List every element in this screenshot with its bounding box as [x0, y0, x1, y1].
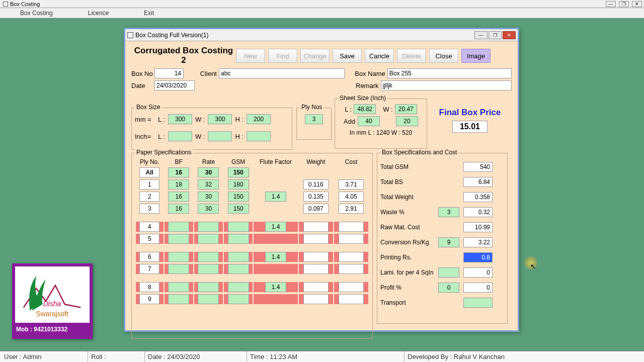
- inner-minimize-icon[interactable]: —: [474, 31, 488, 39]
- boxno-input[interactable]: [154, 68, 184, 78]
- spec-value[interactable]: [463, 177, 493, 187]
- paper-rate[interactable]: [198, 234, 219, 244]
- cancel-button[interactable]: Cancle: [365, 49, 394, 63]
- sheet-addW[interactable]: [396, 116, 418, 126]
- spec-value[interactable]: [463, 207, 493, 217]
- paper-all-bf[interactable]: [168, 167, 189, 177]
- paper-bf[interactable]: [168, 234, 189, 244]
- client-input[interactable]: [219, 68, 345, 78]
- paper-wt[interactable]: [303, 222, 329, 232]
- inner-close-icon[interactable]: ✕: [503, 31, 516, 39]
- paper-ff[interactable]: [265, 192, 286, 202]
- paper-ply[interactable]: [139, 264, 159, 274]
- paper-wt[interactable]: [303, 192, 329, 202]
- restore-icon[interactable]: ❐: [619, 1, 629, 7]
- paper-cost[interactable]: [339, 252, 364, 262]
- paper-cost[interactable]: [339, 264, 364, 274]
- paper-bf[interactable]: [168, 282, 189, 292]
- paper-gsm[interactable]: [228, 252, 249, 262]
- find-button[interactable]: Find: [268, 49, 297, 63]
- paper-bf[interactable]: [168, 192, 189, 202]
- paper-ply[interactable]: [139, 192, 159, 202]
- paper-rate[interactable]: [198, 252, 219, 262]
- paper-gsm[interactable]: [228, 234, 249, 244]
- date-input[interactable]: [154, 80, 195, 90]
- close-button[interactable]: Close: [429, 49, 458, 63]
- menu-licence[interactable]: Licence: [88, 10, 109, 17]
- change-button[interactable]: Change: [300, 49, 330, 63]
- paper-ff[interactable]: [265, 282, 286, 292]
- paper-gsm[interactable]: [228, 282, 249, 292]
- boxname-input[interactable]: [387, 68, 512, 78]
- spec-value[interactable]: [463, 162, 493, 172]
- paper-wt[interactable]: [303, 282, 329, 292]
- paper-cost[interactable]: [339, 222, 364, 232]
- spec-value[interactable]: [463, 283, 493, 293]
- paper-wt[interactable]: [303, 204, 329, 214]
- paper-rate[interactable]: [198, 222, 219, 232]
- image-button[interactable]: Image: [461, 49, 491, 63]
- paper-ply[interactable]: [139, 282, 159, 292]
- menu-exit[interactable]: Exit: [144, 10, 154, 17]
- sheet-addL[interactable]: [358, 116, 380, 126]
- paper-bf[interactable]: [168, 294, 189, 304]
- paper-rate[interactable]: [198, 294, 219, 304]
- spec-param[interactable]: [438, 283, 459, 293]
- boxsize-mm-L[interactable]: [168, 114, 192, 124]
- paper-cost[interactable]: [339, 204, 364, 214]
- paper-gsm[interactable]: [228, 179, 249, 190]
- menu-boxcosting[interactable]: Box Costing: [20, 10, 53, 17]
- paper-gsm[interactable]: [228, 264, 249, 274]
- paper-ply-all[interactable]: [139, 167, 159, 177]
- paper-bf[interactable]: [168, 252, 189, 262]
- close-icon[interactable]: ✕: [632, 1, 642, 7]
- paper-cost[interactable]: [339, 282, 364, 292]
- paper-wt[interactable]: [303, 252, 329, 262]
- sheet-W[interactable]: [395, 104, 417, 114]
- paper-ply[interactable]: [139, 252, 159, 262]
- spec-param[interactable]: [438, 267, 459, 278]
- paper-ply[interactable]: [139, 179, 159, 190]
- paper-all-rate[interactable]: [198, 167, 219, 177]
- boxsize-mm-H[interactable]: [247, 114, 271, 124]
- inner-restore-icon[interactable]: ❐: [489, 31, 502, 39]
- spec-value[interactable]: [463, 267, 493, 278]
- spec-param[interactable]: [438, 207, 459, 217]
- spec-param[interactable]: [438, 237, 459, 247]
- plynos-input[interactable]: [305, 114, 323, 124]
- paper-cost[interactable]: [339, 294, 364, 304]
- paper-bf[interactable]: [168, 264, 189, 274]
- remark-input[interactable]: [381, 80, 512, 90]
- delete-button[interactable]: Delete: [397, 49, 426, 63]
- paper-ff[interactable]: [265, 222, 286, 232]
- paper-ply[interactable]: [139, 222, 159, 232]
- paper-ply[interactable]: [139, 294, 159, 304]
- paper-cost[interactable]: [339, 192, 364, 202]
- paper-cost[interactable]: [339, 179, 364, 190]
- paper-wt[interactable]: [303, 234, 329, 244]
- boxsize-in-H[interactable]: [247, 131, 271, 141]
- spec-value[interactable]: [463, 192, 493, 202]
- boxsize-in-W[interactable]: [208, 131, 232, 141]
- new-button[interactable]: New: [236, 49, 265, 63]
- minimize-icon[interactable]: —: [606, 1, 616, 7]
- paper-wt[interactable]: [303, 179, 329, 190]
- paper-ply[interactable]: [139, 234, 159, 244]
- boxsize-mm-W[interactable]: [208, 114, 232, 124]
- paper-rate[interactable]: [198, 204, 219, 214]
- paper-gsm[interactable]: [228, 294, 249, 304]
- paper-bf[interactable]: [168, 204, 189, 214]
- boxsize-in-L[interactable]: [168, 131, 192, 141]
- save-button[interactable]: Save: [333, 49, 362, 63]
- spec-value[interactable]: [463, 298, 493, 308]
- paper-ff[interactable]: [265, 252, 286, 262]
- paper-gsm[interactable]: [228, 192, 249, 202]
- paper-rate[interactable]: [198, 282, 219, 292]
- spec-value[interactable]: [463, 222, 493, 232]
- spec-value[interactable]: [463, 252, 493, 262]
- paper-bf[interactable]: [168, 222, 189, 232]
- paper-gsm[interactable]: [228, 204, 249, 214]
- paper-rate[interactable]: [198, 264, 219, 274]
- paper-gsm[interactable]: [228, 222, 249, 232]
- paper-rate[interactable]: [198, 179, 219, 190]
